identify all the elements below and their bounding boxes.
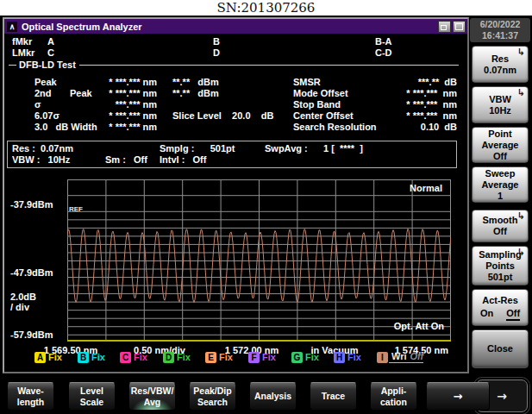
trace-g-badge: G: [291, 352, 303, 363]
trace-f-badge: F: [248, 352, 260, 363]
meas-value: * ***.*** nm: [73, 110, 157, 121]
trace-i-write-state: WriOff: [389, 351, 423, 363]
trace-indicator-b: BFix: [78, 351, 105, 363]
meas-label: 6.07σ: [34, 110, 59, 121]
trace-b-badge: B: [78, 352, 89, 363]
meas-label: Center Offset: [293, 110, 354, 121]
trace-indicator-f: FFix: [248, 351, 276, 363]
instrument-screen: ∧ Optical Spectrum Analyzer fMkr A B B-A…: [0, 16, 532, 414]
right-arrow-icon: →: [497, 389, 507, 403]
trace-c-badge: C: [120, 352, 131, 363]
meas-extra: **.** dBm: [172, 88, 219, 98]
lmkr-label: LMkr: [12, 47, 34, 58]
right-arrow-icon: →: [454, 390, 463, 403]
minimize-icon: [441, 25, 447, 30]
meas-label: Mode Offset: [293, 88, 348, 98]
fmkr-label: fMkr: [12, 36, 32, 47]
meas-value: ***.** dB: [354, 77, 457, 87]
menu-wavelength[interactable]: Wave- length: [7, 382, 54, 411]
trace-d-badge: D: [163, 352, 174, 363]
act-res-on-option[interactable]: On: [480, 308, 493, 321]
lmkr-d: D: [213, 47, 220, 58]
softkey-sweep-average[interactable]: Sweep Average 1: [472, 166, 529, 203]
slice-level: Slice Level 20.0 dB: [172, 110, 273, 121]
fmkr-delta: B-A: [375, 36, 392, 47]
y-axis-bottom-level: -57.9dBm: [10, 329, 53, 340]
trace-a-state: Fix: [48, 352, 62, 362]
menu-trace[interactable]: Trace: [310, 382, 357, 411]
status-interval: Intvl : Off: [160, 154, 206, 165]
trace-e-badge: E: [205, 352, 216, 363]
fmkr-a: A: [47, 36, 54, 47]
meas-label: Peak: [34, 77, 57, 87]
y-axis-ref-level: -37.9dBm: [10, 199, 53, 210]
app-logo-icon: ∧: [7, 22, 17, 32]
menu-analysis[interactable]: Analysis: [249, 382, 297, 411]
title-bar: ∧ Optical Spectrum Analyzer: [4, 19, 467, 34]
status-sweep-average: SwpAvg : 1 [ **** ]: [265, 143, 363, 154]
trace-indicator-a: AFix: [34, 351, 62, 363]
section-title: DFB-LD Test: [19, 60, 76, 70]
meas-value: ***.*** nm: [73, 99, 157, 110]
status-smooth: Sm : Off: [105, 154, 147, 165]
trace-indicator-e: EFix: [205, 351, 233, 363]
fmkr-b: B: [213, 36, 220, 47]
menu-level-scale[interactable]: Level Scale: [68, 382, 116, 411]
minimize-button[interactable]: [438, 21, 451, 33]
y-scale-unit: / div: [10, 302, 29, 312]
trace-f-state: Fix: [262, 352, 276, 362]
softkey-vbw[interactable]: ↳ VBW 10Hz: [472, 86, 529, 123]
meas-value: * ***.*** nm: [354, 99, 457, 110]
trace-indicator-c: CFix: [120, 351, 147, 363]
separator-line: [79, 65, 459, 66]
softkey-smooth[interactable]: ↳ Smooth Off: [472, 210, 529, 242]
softkey-point-average[interactable]: Point Average Off: [472, 127, 529, 163]
trace-indicator-d: DFix: [163, 351, 191, 363]
optical-attenuator-status: Opt. Att On: [358, 321, 444, 331]
meas-value: 0.10 dB: [354, 122, 457, 132]
trace-indicator-i: IWriOff: [377, 351, 423, 363]
menu-more-button[interactable]: →: [426, 382, 490, 411]
meas-label: Stop Band: [293, 99, 341, 110]
trace-h-state: Fix: [347, 352, 361, 362]
meas-label: σ: [34, 99, 41, 110]
trace-b-state: Fix: [91, 352, 105, 362]
serial-number-label: SN:201307266: [0, 0, 532, 16]
datetime-display: 6/20/2022 16:41:37: [470, 18, 530, 42]
softkey-act-res[interactable]: Act-Res On Off: [472, 289, 529, 326]
maximize-button[interactable]: [453, 21, 466, 33]
separator-dash: [9, 65, 16, 66]
submenu-arrow-icon: ↳: [517, 47, 525, 58]
trace-indicator-g: GFix: [291, 351, 319, 363]
menu-res-vbw-avg-active[interactable]: Res/VBW/ Avg: [128, 382, 176, 411]
softkey-sampling-points[interactable]: ↳ Sampling Points 501pt: [472, 246, 529, 285]
meas-value: * ***.*** nm: [73, 77, 157, 87]
trace-c-state: Fix: [134, 352, 147, 362]
trace-h-badge: H: [334, 352, 345, 363]
act-res-off-option-selected[interactable]: Off: [506, 308, 520, 321]
lmkr-c: C: [47, 47, 54, 58]
section-separator: DFB-LD Test: [9, 60, 459, 70]
meas-value: * ***.*** nm: [73, 88, 157, 98]
window-title: Optical Spectrum Analyzer: [22, 22, 438, 32]
softkey-res[interactable]: ↳ Res 0.07nm: [472, 46, 529, 83]
menu-peak-dip-search[interactable]: Peak/Dip Search: [189, 382, 236, 411]
menu-application[interactable]: Appli- cation: [370, 382, 417, 411]
meas-label: SMSR: [293, 77, 321, 87]
status-vbw: VBW : 10Hz: [12, 154, 70, 165]
y-scale-value: 2.0dB: [10, 292, 36, 302]
trace-a-badge: A: [34, 352, 46, 363]
meas-value: * ***.*** nm: [73, 122, 157, 132]
lmkr-delta: C-D: [375, 47, 392, 58]
trace-d-state: Fix: [177, 352, 191, 362]
spectrum-graph: [67, 179, 451, 342]
meas-value: * ***.*** nm: [354, 110, 457, 121]
osa-window: ∧ Optical Spectrum Analyzer fMkr A B B-A…: [3, 17, 469, 373]
submenu-arrow-icon: ↳: [517, 210, 525, 222]
trace-i-badge: I: [377, 352, 388, 363]
submenu-arrow-icon: ↳: [517, 247, 525, 258]
y-axis-mid-level: -47.9dBm: [10, 267, 53, 278]
softkey-close[interactable]: Close: [472, 329, 529, 368]
date-label: 6/20/2022: [480, 19, 521, 30]
status-res: Res : 0.07nm: [12, 143, 73, 154]
